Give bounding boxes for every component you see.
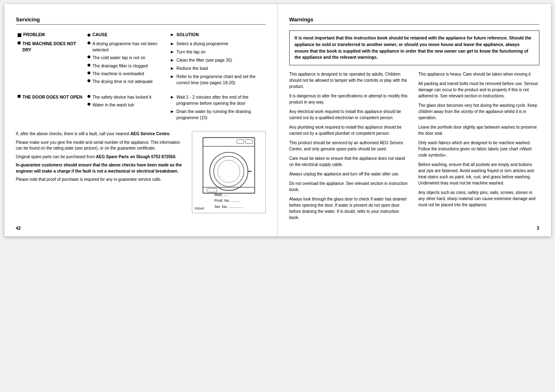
warn-left-2: It is dangerous to alter the specificati… (289, 93, 410, 105)
page-left: Servicing PROBLEM CAUSE (5, 4, 278, 236)
table-row-2: THE DOOR DOES NOT OPEN The safety device… (16, 93, 266, 124)
cause-1-cell: A drying programme has not been selected… (86, 39, 168, 89)
solution-2-text-2: Drain the water by running the draining … (177, 108, 264, 121)
problem-1-text: THE MACHINE DOES NOT DRY (23, 41, 84, 53)
solution-2-row-1: ► Wait 1 - 2 minutes after the end of th… (170, 94, 264, 106)
problem-2-label: THE DOOR DOES NOT OPEN (18, 94, 84, 100)
left-page-number: 42 (16, 226, 21, 231)
col-header-cause: CAUSE (86, 30, 168, 39)
solution-2-arrow-1: ► (170, 94, 175, 101)
solution-1-row-3: ► Clean the filter (see page 35) (170, 57, 264, 64)
cause-2-text-2: Water in the wash tub (92, 102, 167, 108)
machine-label-lines: Mod. .... Prod. No. ........ Ser. No. ..… (214, 192, 243, 210)
cause-header-text: CAUSE (92, 32, 108, 38)
warn-right-4: Leave the porthole door slightly ajar be… (418, 124, 539, 136)
cause-1-row-5: The drying time is not adequate (88, 78, 167, 85)
cause-1-bullet-1 (88, 42, 90, 44)
washing-machine-svg (200, 136, 258, 197)
problem-1-cell: THE MACHINE DOES NOT DRY (16, 39, 86, 89)
warnings-two-col: This appliance is designed to be operate… (289, 71, 539, 224)
solution-1-text-3: Clean the filter (see page 35) (177, 57, 264, 63)
col-header-problem: PROBLEM (16, 30, 86, 39)
problem-2-icon (18, 95, 21, 98)
bottom-para-3: Original spare parts can be purchased fr… (16, 154, 186, 160)
cause-1-text-5: The drying time is not adequate (92, 78, 167, 85)
cause-1-text-1: A drying programme has not been selected (92, 41, 167, 53)
right-page-number: 3 (537, 226, 539, 231)
bottom-text-block: If, after the above checks, there is sti… (16, 131, 186, 213)
solution-2-row-2: ► Drain the water by running the drainin… (170, 108, 264, 121)
spacer-row (16, 89, 266, 93)
warn-left-1: This appliance is designed to be operate… (289, 71, 410, 90)
warning-box: It is most important that this instructi… (289, 30, 539, 65)
warn-left-7: Always unplug the appliance and turn off… (289, 171, 410, 177)
svg-point-4 (210, 152, 248, 191)
solution-1-arrow-2: ► (170, 49, 175, 55)
svg-rect-2 (237, 140, 244, 144)
warn-left-3: Any electrical work required to install … (289, 108, 410, 121)
solution-header-icon: ► (170, 32, 175, 38)
solution-1-row-4: ► Reduce the load (170, 65, 264, 72)
cause-1-bullet-3 (88, 64, 90, 67)
table-row: THE MACHINE DOES NOT DRY A drying progra… (16, 39, 266, 89)
problem-header-icon (18, 33, 21, 37)
bottom-para-4: In-guarantee customers should ensure tha… (16, 162, 186, 174)
warn-right-6: Before washing, ensure that all pockets … (418, 161, 539, 186)
problem-2-cell: THE DOOR DOES NOT OPEN (16, 93, 86, 124)
warn-left-8: Do not overload the appliance. See relev… (289, 180, 410, 193)
warnings-right-col: This appliance is heavy. Care should be … (418, 71, 539, 224)
left-page-title: Servicing (16, 16, 266, 23)
solution-header-text: SOLUTION (177, 32, 199, 38)
cause-1-row-2: The cold water tap is not on (88, 55, 167, 61)
problem-1-label: THE MACHINE DOES NOT DRY (18, 41, 84, 53)
solution-1-arrow-3: ► (170, 57, 175, 64)
problem-header-text: PROBLEM (23, 32, 45, 38)
warn-left-6: Care must be taken to ensure that the ap… (289, 155, 410, 168)
warn-left-5: This product should be serviced by an au… (289, 140, 410, 152)
svg-rect-3 (246, 140, 253, 144)
cause-1-row-4: The machine is overloaded (88, 71, 167, 77)
solution-2-arrow-2: ► (170, 108, 175, 115)
cause-1-bullet-5 (88, 79, 90, 82)
prod-no-line: Prod. No. ........ (214, 198, 243, 203)
solution-1-arrow-4: ► (170, 65, 175, 72)
cause-1-text-2: The cold water tap is not on (92, 55, 167, 61)
cause-2-row-1: The safety device has locked it (88, 94, 167, 100)
warn-right-3: The glass door becomes very hot during t… (418, 102, 539, 121)
warn-left-9: Always look through the glass door to ch… (289, 196, 410, 221)
solution-2-text-1: Wait 1 - 2 minutes after the end of the … (177, 94, 264, 106)
bottom-para-2: Please make sure you give the model and … (16, 140, 186, 152)
col-header-solution: ► SOLUTION (168, 30, 266, 39)
solution-1-row-1: ► Select a drying programme (170, 41, 264, 47)
svg-point-5 (214, 156, 244, 187)
mod-line: Mod. .... (214, 192, 243, 198)
svg-rect-1 (203, 138, 255, 146)
problem-1-icon (18, 42, 21, 44)
solution-1-arrow-1: ► (170, 41, 175, 47)
solution-1-text-1: Select a drying programme (177, 41, 264, 47)
service-table: PROBLEM CAUSE ► SOLUTION (16, 30, 266, 124)
warn-left-4: Any plumbing work required to install th… (289, 124, 410, 136)
bottom-section: If, after the above checks, there is sti… (16, 131, 266, 213)
warning-box-text: It is most important that this instructi… (295, 35, 534, 61)
page-spread: Servicing PROBLEM CAUSE (5, 4, 551, 236)
solution-1-text-5: Refer to the programme chart and set the… (177, 74, 264, 86)
ser-no-line: Ser. No. .............. (214, 204, 243, 210)
cause-2-bullet-1 (88, 95, 90, 98)
svg-point-6 (218, 160, 240, 182)
warn-right-2: All packing and transit bolts must be re… (418, 81, 539, 99)
warn-right-7: Any objects such as coins, safety pins, … (418, 189, 539, 208)
cause-1-text-3: The drainage filter is clogged (92, 63, 167, 69)
cause-1-text-4: The machine is overloaded (92, 71, 167, 77)
page-right: Warnings It is most important that this … (278, 4, 551, 236)
solution-1-cell: ► Select a drying programme ► Turn the t… (168, 39, 266, 89)
p0042-label: P0042 (195, 206, 204, 211)
warn-right-5: Only wash fabrics which are designed to … (418, 140, 539, 158)
solution-1-row-2: ► Turn the tap on (170, 49, 264, 55)
cause-2-text-1: The safety device has locked it (92, 94, 167, 100)
cause-1-row-1: A drying programme has not been selected (88, 41, 167, 53)
washing-machine-image: Mod. .... Prod. No. ........ Ser. No. ..… (192, 131, 266, 213)
warnings-left-col: This appliance is designed to be operate… (289, 71, 410, 224)
solution-1-arrow-5: ► (170, 74, 175, 80)
problem-2-text: THE DOOR DOES NOT OPEN (23, 94, 83, 100)
